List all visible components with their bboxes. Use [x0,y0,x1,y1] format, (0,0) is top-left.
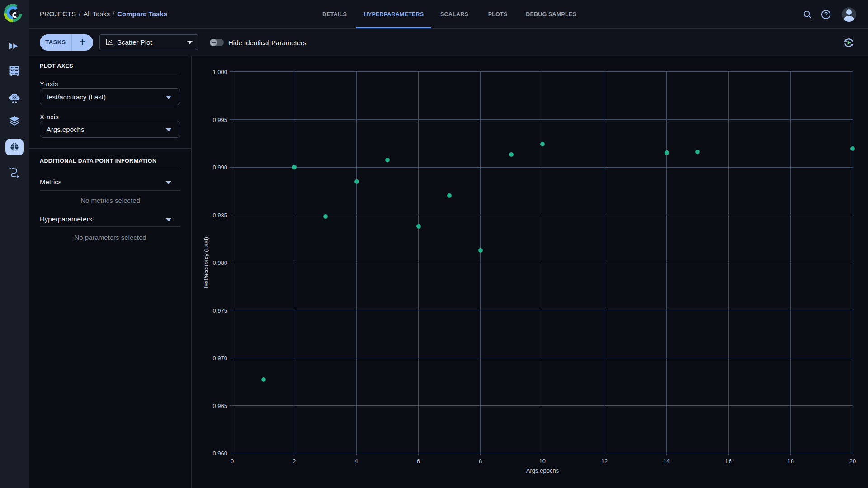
svg-text:0.975: 0.975 [212,307,227,314]
svg-text:0.980: 0.980 [212,259,227,266]
svg-text:20: 20 [849,458,856,465]
svg-text:0.970: 0.970 [212,355,227,361]
svg-text:10: 10 [539,458,546,465]
svg-text:12: 12 [601,458,608,465]
svg-text:0.995: 0.995 [212,117,227,123]
svg-text:test/accuracy (Last): test/accuracy (Last) [203,237,209,288]
svg-text:14: 14 [663,458,670,465]
svg-text:0.990: 0.990 [212,164,227,171]
svg-text:Args.epochs: Args.epochs [526,467,559,474]
svg-text:0.960: 0.960 [212,450,227,457]
svg-text:8: 8 [479,458,482,465]
svg-text:18: 18 [787,458,793,465]
svg-text:2: 2 [292,458,296,465]
svg-text:6: 6 [417,458,420,465]
svg-text:0: 0 [231,458,234,465]
svg-text:0.965: 0.965 [212,403,227,409]
svg-text:0.985: 0.985 [212,212,227,219]
svg-text:4: 4 [354,458,358,465]
svg-text:1.000: 1.000 [212,69,227,75]
svg-text:16: 16 [725,458,731,465]
